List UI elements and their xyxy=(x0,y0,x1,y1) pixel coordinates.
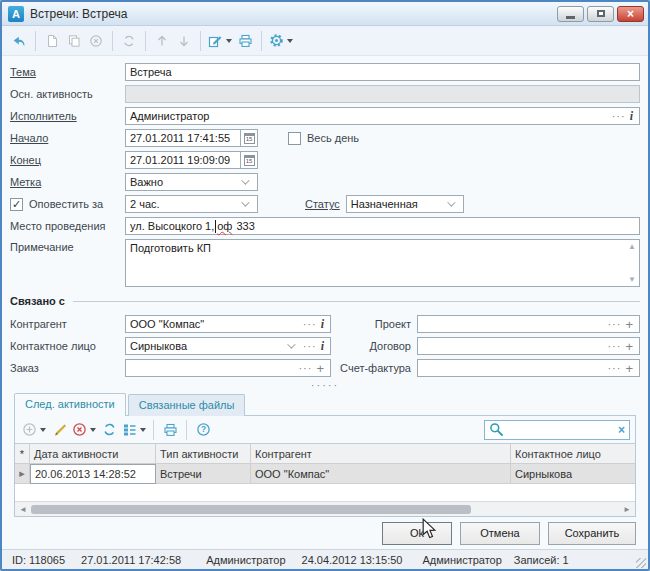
cancel-button[interactable]: Отмена xyxy=(460,522,540,545)
print-activities-button[interactable] xyxy=(159,418,181,442)
invoice-input[interactable]: ··· + xyxy=(417,359,640,377)
help-button[interactable]: ? xyxy=(192,418,214,442)
chevron-down-icon[interactable] xyxy=(287,340,295,348)
ok-button[interactable]: Ok xyxy=(382,522,452,545)
calendar-icon: 15 xyxy=(244,133,255,144)
contact-lookup-button[interactable]: ··· xyxy=(303,340,317,352)
invoice-add-button[interactable]: + xyxy=(625,361,633,376)
splitter-handle[interactable]: ····· xyxy=(10,381,640,393)
order-lookup-button[interactable]: ··· xyxy=(298,362,312,374)
status-select[interactable]: Назначенная xyxy=(346,195,464,213)
minimize-button[interactable] xyxy=(557,6,584,22)
tab-next-activities[interactable]: След. активности xyxy=(14,393,126,416)
view-settings-button[interactable] xyxy=(120,418,148,442)
copy-record-button[interactable] xyxy=(63,29,85,53)
all-day-label: Весь день xyxy=(307,132,359,144)
invoice-lookup-button[interactable]: ··· xyxy=(607,362,621,374)
dropdown-arrow-icon xyxy=(40,428,46,432)
counterparty-lookup-button[interactable]: ··· xyxy=(303,318,317,330)
theme-input[interactable]: Встреча xyxy=(125,63,640,81)
main-activity-row: Осн. активность xyxy=(10,85,640,103)
cell-activity-date[interactable]: 20.06.2013 14:28:52 xyxy=(30,464,156,484)
project-lookup-button[interactable]: ··· xyxy=(607,318,621,330)
contract-lookup-button[interactable]: ··· xyxy=(607,340,621,352)
contact-input[interactable]: Сирныкова ··· i xyxy=(125,337,331,355)
search-box[interactable]: × xyxy=(484,420,630,440)
edit-activity-button[interactable] xyxy=(48,418,70,442)
plus-circle-icon xyxy=(22,422,37,437)
counterparty-info-button[interactable]: i xyxy=(321,317,324,332)
grid-data-row[interactable]: ▸ 20.06.2013 14:28:52 Встречи ООО "Компа… xyxy=(15,464,635,484)
executor-info-button[interactable]: i xyxy=(630,109,633,124)
toolbar-separator xyxy=(153,420,154,440)
cell-activity-type[interactable]: Встречи xyxy=(156,464,251,484)
move-down-button[interactable] xyxy=(173,29,195,53)
column-header-counterparty[interactable]: Контрагент xyxy=(251,444,511,464)
executor-lookup-button[interactable]: ··· xyxy=(612,110,626,122)
notify-checkbox[interactable]: ✓ xyxy=(10,198,23,211)
executor-input[interactable]: Администратор ··· i xyxy=(125,107,640,125)
notify-interval-select[interactable]: 2 час. xyxy=(125,195,258,213)
start-datetime-input[interactable]: 27.01.2011 17:41:55 xyxy=(125,129,241,147)
scroll-right-icon[interactable]: ► xyxy=(621,505,633,514)
settings-menu-button[interactable] xyxy=(267,29,295,53)
contact-info-button[interactable]: i xyxy=(321,339,324,354)
add-activity-button[interactable] xyxy=(20,418,48,442)
project-label: Проект xyxy=(331,318,417,330)
notify-field[interactable]: ✓ Оповестить за xyxy=(10,198,125,211)
copy-icon xyxy=(67,34,81,48)
edit-menu-button[interactable] xyxy=(206,29,234,53)
column-header-type[interactable]: Тип активности xyxy=(156,444,251,464)
grid-selector-icon[interactable]: * xyxy=(15,444,30,464)
scroll-up-icon[interactable]: ▲ xyxy=(628,242,636,251)
refresh-button[interactable] xyxy=(118,29,140,53)
all-day-field[interactable]: Весь день xyxy=(288,132,359,145)
horizontal-scrollbar[interactable]: ◄ ► xyxy=(15,501,635,516)
counterparty-input[interactable]: ООО "Компас" ··· i xyxy=(125,315,331,333)
delete-record-button[interactable] xyxy=(85,29,107,53)
close-icon: × xyxy=(627,8,634,20)
note-textarea[interactable]: Подготовить КП ▲ ▼ xyxy=(125,239,640,287)
undo-button[interactable] xyxy=(8,29,30,53)
order-input[interactable]: ··· + xyxy=(125,359,331,377)
svg-text:?: ? xyxy=(200,424,205,434)
cell-contact[interactable]: Сирныкова xyxy=(511,464,635,484)
contract-add-button[interactable]: + xyxy=(625,339,633,354)
project-add-button[interactable]: + xyxy=(625,317,633,332)
location-input[interactable]: ул. Высоцкого 1,оф333 xyxy=(125,217,640,235)
column-header-contact[interactable]: Контактное лицо xyxy=(511,444,635,464)
end-datetime-input[interactable]: 27.01.2011 19:09:09 xyxy=(125,151,241,169)
activities-grid: * Дата активности Тип активности Контраг… xyxy=(15,443,635,501)
close-button[interactable]: × xyxy=(617,6,644,22)
resize-grip[interactable] xyxy=(636,558,646,568)
grid-header-row: * Дата активности Тип активности Контраг… xyxy=(15,444,635,464)
project-input[interactable]: ··· + xyxy=(417,315,640,333)
maximize-button[interactable] xyxy=(587,6,614,22)
move-up-button[interactable] xyxy=(151,29,173,53)
all-day-checkbox[interactable] xyxy=(288,132,301,145)
search-clear-button[interactable]: × xyxy=(618,423,625,437)
search-icon xyxy=(489,422,504,437)
save-button[interactable]: Сохранить xyxy=(548,522,636,545)
column-header-date[interactable]: Дата активности xyxy=(30,444,156,464)
scroll-left-icon[interactable]: ◄ xyxy=(17,505,29,514)
new-record-button[interactable] xyxy=(41,29,63,53)
tab-linked-files[interactable]: Связанные файлы xyxy=(128,394,246,416)
toolbar-separator xyxy=(35,31,36,51)
print-button[interactable] xyxy=(234,29,256,53)
scrollbar-thumb[interactable] xyxy=(31,505,471,514)
contract-input[interactable]: ··· + xyxy=(417,337,640,355)
order-add-button[interactable]: + xyxy=(316,361,324,376)
printer-icon xyxy=(238,34,253,48)
maximize-icon xyxy=(597,10,605,17)
app-logo-icon: A xyxy=(8,6,24,22)
refresh-activities-button[interactable] xyxy=(98,418,120,442)
end-calendar-button[interactable]: 15 xyxy=(241,151,258,169)
mark-select[interactable]: Важно xyxy=(125,173,258,191)
cell-counterparty[interactable]: ООО "Компас" xyxy=(251,464,511,484)
delete-activity-button[interactable] xyxy=(70,418,98,442)
record-id: ID: 118065 xyxy=(12,554,65,566)
status-label: Статус xyxy=(305,198,340,210)
scroll-down-icon[interactable]: ▼ xyxy=(628,275,636,284)
start-calendar-button[interactable]: 15 xyxy=(241,129,258,147)
